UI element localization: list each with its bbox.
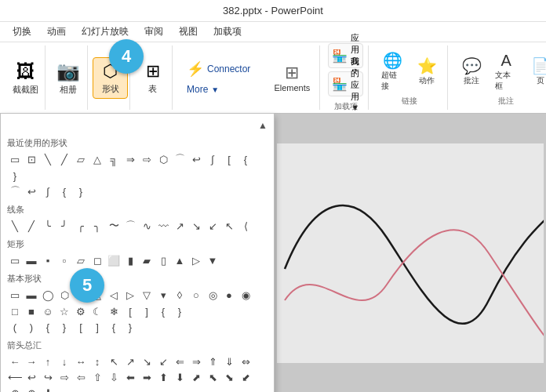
shape-item[interactable]: ∿ — [139, 218, 155, 234]
shape-item[interactable]: ○ — [188, 287, 204, 303]
menu-switch[interactable]: 切换 — [6, 24, 38, 40]
shape-item[interactable]: ▪ — [40, 252, 56, 268]
menu-animation[interactable]: 动画 — [41, 24, 72, 40]
elements-section[interactable]: ⊞ Elements — [264, 45, 320, 110]
shape-item[interactable]: ╲ — [40, 151, 56, 167]
shape-item[interactable]: { — [40, 319, 56, 335]
shapes-scrollable[interactable]: 最近使用的形状 ▭ ⊡ ╲ ╱ ▱ △ ╗ ⇒ ⇨ ⬡ ⌒ ↩ ∫ [ { } … — [7, 132, 268, 392]
scroll-up-icon[interactable]: ▲ — [258, 120, 268, 131]
shape-item[interactable]: ↙ — [205, 218, 220, 234]
shape-item[interactable]: { — [106, 319, 122, 335]
shape-item[interactable]: ⌒ — [172, 151, 187, 167]
shape-item[interactable]: ◯ — [40, 287, 56, 303]
shape-item[interactable]: ➡ — [139, 369, 155, 385]
shape-item[interactable]: ◊ — [172, 287, 187, 303]
shape-item[interactable]: } — [73, 183, 89, 199]
shape-item[interactable]: ▷ — [122, 287, 138, 303]
shape-item[interactable]: ⇑ — [205, 354, 220, 369]
shape-item[interactable]: 〰 — [155, 218, 171, 234]
shape-item[interactable]: ▬ — [24, 252, 39, 268]
shape-item[interactable]: ▼ — [205, 252, 220, 268]
shape-item[interactable]: ⬅ — [122, 369, 138, 385]
shape-item[interactable]: } — [7, 168, 23, 183]
menu-slideshow[interactable]: 幻灯片放映 — [75, 24, 135, 40]
shape-item[interactable]: ← — [7, 354, 23, 369]
shape-item[interactable]: ▮ — [122, 252, 138, 268]
shape-item[interactable]: ⇨ — [139, 151, 155, 167]
shape-item[interactable]: ☺ — [40, 303, 56, 319]
shape-item[interactable]: ↕ — [89, 354, 105, 369]
shape-item[interactable]: ⇨ — [56, 369, 72, 385]
shape-item[interactable]: □ — [7, 303, 23, 319]
shape-item[interactable]: ▯ — [155, 252, 171, 268]
shape-item[interactable]: ⬊ — [221, 369, 237, 385]
more-button[interactable]: More ▼ — [182, 82, 255, 97]
shape-item[interactable]: ⇩ — [106, 369, 122, 385]
shape-item[interactable]: ⟨ — [238, 218, 253, 234]
shape-item[interactable]: ▷ — [188, 252, 204, 268]
shape-item[interactable]: ▭ — [7, 252, 23, 268]
shape-item[interactable]: { — [155, 303, 171, 319]
shape-item[interactable]: ╱ — [56, 151, 72, 167]
shape-item[interactable]: [ — [122, 303, 138, 319]
page-button[interactable]: 📄 页 — [525, 55, 546, 88]
shape-item[interactable]: ⬜ — [106, 252, 122, 268]
shape-item[interactable]: ⊡ — [24, 151, 39, 167]
shape-item[interactable]: ⇧ — [89, 369, 105, 385]
shape-item[interactable]: ⟵ — [7, 369, 23, 385]
shape-item[interactable]: ▲ — [172, 252, 187, 268]
shape-item[interactable]: ⬡ — [155, 151, 171, 167]
comment-button[interactable]: 💬 批注 — [456, 55, 487, 88]
shape-item[interactable]: ⊕ — [7, 385, 23, 392]
shape-item[interactable]: ⬋ — [238, 369, 253, 385]
shape-item[interactable]: ∫ — [40, 183, 56, 199]
shape-item[interactable]: ╯ — [56, 218, 72, 234]
shape-item[interactable]: ⊕ — [24, 385, 39, 392]
menu-view[interactable]: 视图 — [173, 24, 204, 40]
menu-addins[interactable]: 加载项 — [207, 24, 248, 40]
shape-item[interactable]: ■ — [24, 303, 39, 319]
shape-item[interactable]: { — [238, 151, 253, 167]
action-button[interactable]: ⭐ 动作 — [411, 55, 442, 88]
shape-item[interactable]: ↪ — [40, 369, 56, 385]
menu-review[interactable]: 审阅 — [138, 24, 169, 40]
shape-item[interactable]: ] — [89, 319, 105, 335]
screenshot-button[interactable]: 🖼 截截图 — [8, 57, 43, 99]
shape-item[interactable]: ↙ — [155, 354, 171, 369]
shape-item[interactable]: ↔ — [73, 354, 89, 369]
shape-item[interactable]: } — [172, 303, 187, 319]
myapps-button[interactable]: 🏪 我的应用 ▼ — [328, 71, 363, 96]
shape-item[interactable]: ▭ — [7, 151, 23, 167]
shape-item[interactable]: ▰ — [139, 252, 155, 268]
shape-item[interactable]: ☾ — [89, 303, 105, 319]
shape-item[interactable]: ↗ — [122, 354, 138, 369]
shape-item[interactable]: { — [56, 183, 72, 199]
hyperlink-button[interactable]: 🌐 超链接 — [377, 49, 408, 93]
shape-item[interactable]: ↘ — [139, 354, 155, 369]
shape-item[interactable]: ╰ — [40, 218, 56, 234]
shape-item[interactable]: } — [122, 319, 138, 335]
shape-item[interactable]: ▭ — [7, 287, 23, 303]
shape-item[interactable]: ⇦ — [73, 369, 89, 385]
shape-item[interactable]: ↩ — [24, 183, 39, 199]
shape-item[interactable]: ↓ — [56, 354, 72, 369]
shape-item[interactable]: ✚ — [40, 385, 56, 392]
shape-item[interactable]: ⬈ — [188, 369, 204, 385]
shape-item[interactable]: ⬉ — [205, 369, 220, 385]
shape-item[interactable]: ⚙ — [73, 303, 89, 319]
shape-item[interactable]: → — [24, 354, 39, 369]
shape-item[interactable]: ◻ — [89, 252, 105, 268]
shape-item[interactable]: ▾ — [155, 287, 171, 303]
shape-item[interactable]: ◁ — [106, 287, 122, 303]
shape-item[interactable]: ↗ — [172, 218, 187, 234]
shape-item[interactable]: ⇔ — [238, 354, 253, 369]
shape-item[interactable]: [ — [73, 319, 89, 335]
shape-item[interactable]: ╲ — [7, 218, 23, 234]
shape-item[interactable]: ▫ — [56, 252, 72, 268]
shape-item[interactable]: ∫ — [205, 151, 220, 167]
shape-item[interactable]: ↩ — [24, 369, 39, 385]
shape-item[interactable]: ◎ — [205, 287, 220, 303]
shape-item[interactable]: ( — [7, 319, 23, 335]
shape-item[interactable]: ⌒ — [7, 183, 23, 199]
shape-item[interactable]: ⇐ — [172, 354, 187, 369]
